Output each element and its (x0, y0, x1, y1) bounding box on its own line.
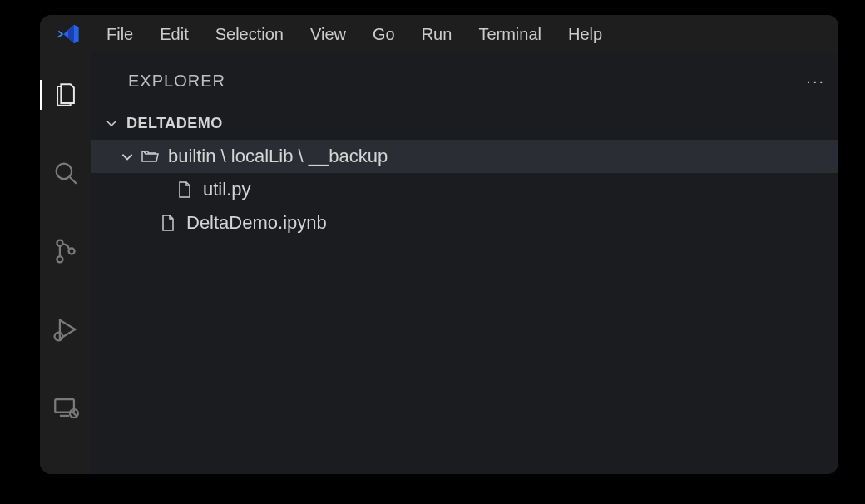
menu-file-label: File (106, 25, 133, 43)
menu-run[interactable]: Run (408, 20, 466, 49)
explorer-more-icon[interactable]: ··· (806, 72, 825, 91)
explorer-section-header[interactable]: DELTADEMO (91, 108, 838, 138)
menu-terminal[interactable]: Terminal (465, 20, 555, 49)
menu-help-label: Help (568, 25, 602, 43)
svg-point-4 (69, 248, 75, 254)
explorer-panel: EXPLORER ··· DELTADEMO (91, 53, 838, 474)
folder-open-icon (140, 146, 160, 166)
activity-source-control[interactable] (40, 231, 91, 271)
menu-view[interactable]: View (297, 20, 359, 49)
menu-bar: File Edit Selection View Go Run Terminal… (40, 15, 838, 53)
svg-point-0 (57, 164, 72, 179)
remote-icon (52, 393, 80, 422)
activity-explorer[interactable] (40, 75, 91, 115)
chevron-down-icon (120, 149, 135, 164)
menu-view-label: View (310, 25, 346, 43)
menu-go[interactable]: Go (359, 20, 408, 49)
tree-file-util[interactable]: util.py (91, 173, 838, 206)
menu-selection[interactable]: Selection (202, 20, 297, 49)
run-debug-icon (52, 315, 80, 343)
svg-point-6 (55, 333, 63, 341)
menu-selection-label: Selection (215, 25, 284, 43)
menu-go-label: Go (373, 25, 395, 43)
menu-file[interactable]: File (93, 20, 146, 49)
file-icon (158, 213, 178, 233)
search-icon (52, 159, 80, 187)
activity-run-debug[interactable] (40, 309, 91, 349)
tree-file-notebook[interactable]: DeltaDemo.ipynb (91, 206, 838, 240)
menu-edit-label: Edit (160, 25, 188, 43)
menu-edit[interactable]: Edit (146, 20, 201, 49)
source-control-icon (52, 237, 80, 265)
tree-folder-label: builtin \ localLib \ __backup (168, 146, 388, 167)
app-body: EXPLORER ··· DELTADEMO (40, 53, 838, 474)
svg-point-2 (57, 240, 62, 246)
explorer-title: EXPLORER (128, 72, 225, 91)
menu-run-label: Run (422, 25, 452, 43)
svg-line-1 (70, 177, 77, 184)
tree-file-label: DeltaDemo.ipynb (186, 212, 327, 234)
menu-terminal-label: Terminal (478, 25, 541, 43)
explorer-section-label: DELTADEMO (126, 115, 223, 132)
svg-point-3 (57, 256, 62, 262)
app-window: File Edit Selection View Go Run Terminal… (40, 15, 838, 474)
vscode-logo-icon (50, 22, 86, 46)
menu-help[interactable]: Help (555, 20, 615, 49)
file-tree: builtin \ localLib \ __backup util.py (91, 138, 838, 240)
file-icon (175, 180, 195, 200)
activity-remote[interactable] (40, 388, 91, 427)
activity-bar (40, 53, 91, 474)
chevron-down-icon (105, 116, 118, 130)
files-icon (52, 81, 80, 109)
activity-search[interactable] (40, 153, 91, 193)
explorer-header: EXPLORER ··· (91, 53, 838, 108)
tree-file-label: util.py (203, 179, 250, 200)
tree-folder-backup[interactable]: builtin \ localLib \ __backup (91, 140, 838, 173)
